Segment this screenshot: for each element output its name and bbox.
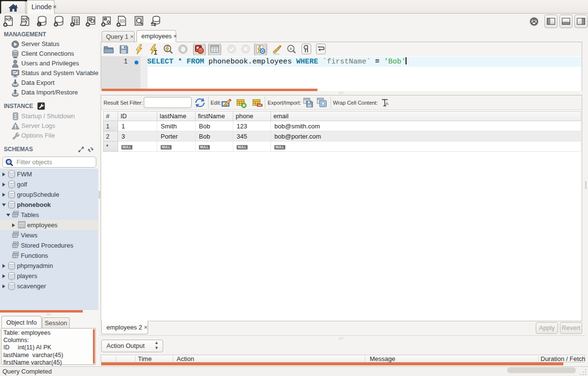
svg-text:{()}: {()} bbox=[120, 18, 125, 23]
svg-text:SQL: SQL bbox=[22, 17, 29, 21]
svg-text:A: A bbox=[289, 47, 292, 51]
svg-text:A: A bbox=[386, 101, 389, 106]
svg-text:SQL: SQL bbox=[6, 17, 12, 21]
